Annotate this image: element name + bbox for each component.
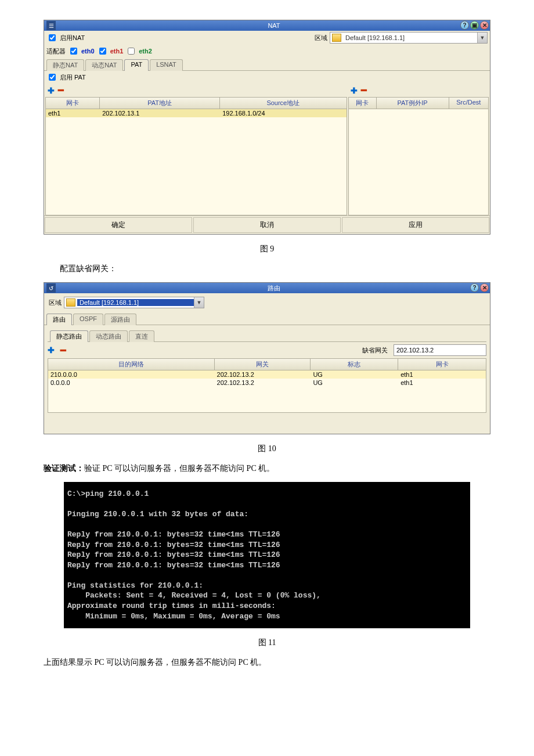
adapter-eth0-checkbox[interactable] xyxy=(70,48,77,55)
route-title: 路由 xyxy=(58,284,490,293)
left-table-body: eth1 202.102.13.1 192.168.1.0/24 xyxy=(45,109,347,215)
nat-tabs: 静态NAT 动态NAT PAT LSNAT xyxy=(44,57,490,71)
route-window: ↺ 路由 ? ✕ 区域 Default [192.168.1.1] ▼ 路由 O… xyxy=(44,282,490,434)
route-table-body: 210.0.0.0 202.102.13.2 UG eth1 0.0.0.0 2… xyxy=(48,370,486,413)
paragraph-verify: 验证测试：验证 PC 可以访问服务器，但服务器不能访问 PC 机。 xyxy=(44,463,490,474)
folder-icon xyxy=(66,298,75,307)
route-flag: UG xyxy=(311,370,398,379)
route-flag: UG xyxy=(311,379,398,387)
chevron-down-icon: ▼ xyxy=(477,33,487,43)
col-gateway[interactable]: 网关 xyxy=(215,359,311,370)
tab-pat[interactable]: PAT xyxy=(124,59,149,71)
right-pane: ✚ ━ 网卡 PAT例外IP Src/Dest xyxy=(348,84,489,215)
left-row-nic: eth1 xyxy=(46,109,100,117)
add-right-button[interactable]: ✚ xyxy=(351,86,358,95)
add-route-button[interactable]: ✚ xyxy=(48,345,55,355)
verify-body: 验证 PC 可以访问服务器，但服务器不能访问 PC 机。 xyxy=(84,464,275,473)
nat-top-row: 启用NAT 区域 Default [192.168.1.1] ▼ xyxy=(44,31,490,45)
adapter-eth2-checkbox[interactable] xyxy=(128,48,135,55)
left-columns: 网卡 PAT地址 Source地址 xyxy=(45,97,347,109)
zone-label: 区域 xyxy=(49,298,62,307)
right-table-body xyxy=(348,109,489,215)
nat-titlebar: ☰ NAT ? ▣ ✕ xyxy=(44,20,490,31)
col-destnet[interactable]: 目的网络 xyxy=(48,359,215,370)
table-row[interactable]: 210.0.0.0 202.102.13.2 UG eth1 xyxy=(48,370,486,379)
route-app-icon: ↺ xyxy=(46,283,56,293)
maximize-button[interactable]: ▣ xyxy=(470,21,479,30)
table-row[interactable]: eth1 202.102.13.1 192.168.1.0/24 xyxy=(46,109,347,117)
paragraph-gateway: 配置缺省网关： xyxy=(44,264,490,274)
enable-nat-label: 启用NAT xyxy=(60,34,85,42)
tab-dynamic-route[interactable]: 动态路由 xyxy=(89,330,128,342)
enable-nat-checkbox[interactable] xyxy=(49,34,56,41)
close-button[interactable]: ✕ xyxy=(480,283,489,292)
apply-button[interactable]: 应用 xyxy=(342,217,489,233)
adapter-eth1-checkbox[interactable] xyxy=(99,48,106,55)
close-button[interactable]: ✕ xyxy=(480,21,489,30)
tab-route[interactable]: 路由 xyxy=(46,314,72,325)
remove-left-button[interactable]: ━ xyxy=(58,85,64,96)
col-nic[interactable]: 网卡 xyxy=(46,98,100,109)
col-nic[interactable]: 网卡 xyxy=(398,359,486,370)
chevron-down-icon: ▼ xyxy=(194,297,204,308)
paragraph-result: 上面结果显示 PC 可以访问服务器，但服务器不能访问 PC 机。 xyxy=(44,657,490,668)
tab-direct[interactable]: 直连 xyxy=(129,330,154,342)
tab-static-nat[interactable]: 静态NAT xyxy=(46,59,84,71)
adapter-eth0-label: eth0 xyxy=(81,48,95,55)
col-pat-except[interactable]: PAT例外IP xyxy=(377,98,449,109)
gateway-field[interactable]: 202.102.13.2 xyxy=(394,344,486,356)
nat-window: ☰ NAT ? ▣ ✕ 启用NAT 区域 Default [192.168.1.… xyxy=(44,20,490,235)
help-button[interactable]: ? xyxy=(460,21,469,30)
col-flag[interactable]: 标志 xyxy=(311,359,398,370)
zone-label: 区域 xyxy=(315,34,327,42)
cancel-button[interactable]: 取消 xyxy=(193,217,341,233)
add-left-button[interactable]: ✚ xyxy=(48,86,55,95)
tab-source-route[interactable]: 源路由 xyxy=(104,314,136,325)
remove-right-button[interactable]: ━ xyxy=(361,85,367,96)
ok-button[interactable]: 确定 xyxy=(45,217,192,233)
help-button[interactable]: ? xyxy=(470,283,479,292)
caption-fig11: 图 11 xyxy=(44,638,490,648)
col-nic2[interactable]: 网卡 xyxy=(349,98,377,109)
adapter-eth1-label: eth1 xyxy=(110,48,124,55)
nat-button-bar: 确定 取消 应用 xyxy=(44,215,490,234)
nat-app-icon: ☰ xyxy=(46,21,56,30)
tab-lsnat[interactable]: LSNAT xyxy=(150,59,183,71)
zone-value: Default [192.168.1.1] xyxy=(77,299,194,306)
caption-fig9: 图 9 xyxy=(44,244,490,254)
right-columns: 网卡 PAT例外IP Src/Dest xyxy=(348,97,489,109)
left-pane: ✚ ━ 网卡 PAT地址 Source地址 eth1 202.102.13.1 … xyxy=(45,84,347,215)
nat-title: NAT xyxy=(58,22,490,29)
route-columns: 目的网络 网关 标志 网卡 xyxy=(48,358,486,370)
route-outer-tabs: 路由 OSPF 源路由 xyxy=(44,312,490,325)
left-row-pat: 202.102.13.1 xyxy=(100,109,220,117)
adapters-label: 适配器 xyxy=(46,47,66,56)
route-nic: eth1 xyxy=(398,370,486,379)
adapter-eth2-label: eth2 xyxy=(139,48,152,55)
route-gw: 202.102.13.2 xyxy=(215,379,311,387)
tab-dynamic-nat[interactable]: 动态NAT xyxy=(85,59,123,71)
route-nic: eth1 xyxy=(398,379,486,387)
gateway-label: 缺省网关 xyxy=(362,346,388,355)
enable-pat-label: 启用 PAT xyxy=(60,73,86,82)
col-srcdest[interactable]: Src/Dest xyxy=(449,98,488,109)
verify-title: 验证测试： xyxy=(44,464,84,473)
tab-static-route[interactable]: 静态路由 xyxy=(50,330,88,342)
table-row[interactable]: 0.0.0.0 202.102.13.2 UG eth1 xyxy=(48,379,486,387)
remove-route-button[interactable]: ━ xyxy=(60,345,66,356)
zone-dropdown[interactable]: Default [192.168.1.1] ▼ xyxy=(64,297,204,308)
zone-dropdown[interactable]: Default [192.168.1.1] ▼ xyxy=(330,32,488,44)
route-dest: 210.0.0.0 xyxy=(48,370,215,379)
zone-value: Default [192.168.1.1] xyxy=(343,34,477,41)
tab-ospf[interactable]: OSPF xyxy=(73,314,103,325)
route-gw: 202.102.13.2 xyxy=(215,370,311,379)
col-pat-addr[interactable]: PAT地址 xyxy=(100,98,220,109)
left-row-src: 192.168.1.0/24 xyxy=(220,109,346,117)
folder-icon xyxy=(332,34,341,42)
route-inner-tabs: 静态路由 动态路由 直连 xyxy=(48,329,486,342)
route-dest: 0.0.0.0 xyxy=(48,379,215,387)
gateway-value: 202.102.13.2 xyxy=(396,347,434,354)
console-output: C:\>ping 210.0.0.1 Pinging 210.0.0.1 wit… xyxy=(64,482,470,628)
col-source-addr[interactable]: Source地址 xyxy=(220,98,346,109)
enable-pat-checkbox[interactable] xyxy=(49,74,56,81)
